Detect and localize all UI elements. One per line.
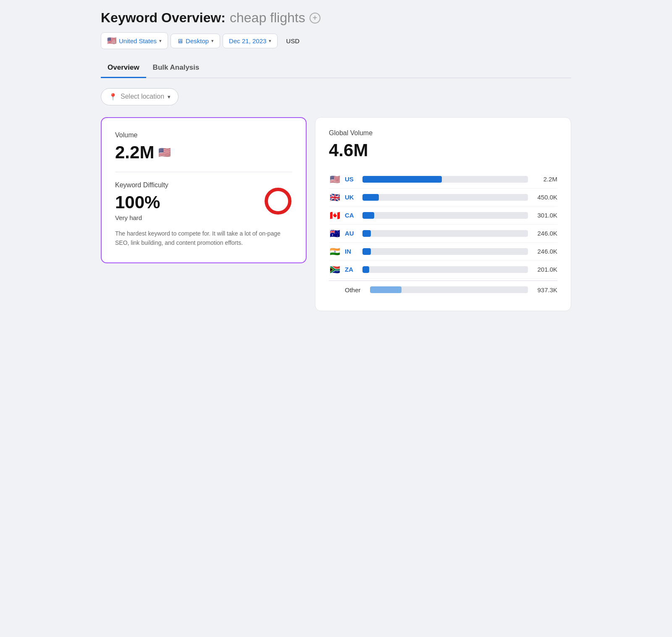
svg-point-2 xyxy=(270,194,286,209)
device-filter[interactable]: 🖥 Desktop ▾ xyxy=(171,34,220,48)
volume-label: Volume xyxy=(115,131,292,139)
location-filter[interactable]: 🇺🇸 United States ▾ xyxy=(101,32,168,49)
country-item-other: Other 937.3K xyxy=(329,283,557,297)
location-label: United States xyxy=(119,37,157,45)
kd-value: 100% xyxy=(115,192,254,212)
location-selector[interactable]: 📍 Select location ▾ xyxy=(101,88,178,105)
kd-text-area: Keyword Difficulty 100% Very hard xyxy=(115,181,254,221)
add-keyword-icon[interactable]: + xyxy=(310,13,320,24)
global-volume-card: Global Volume 4.6M 🇺🇸 US 2.2M 🇬🇧 UK xyxy=(315,117,571,311)
code-other: Other xyxy=(345,286,366,294)
bar-au xyxy=(362,230,528,237)
location-pin-icon: 📍 xyxy=(109,93,117,101)
keyword-text: cheap flights xyxy=(230,10,305,26)
keyword-prefix: Keyword Overview: xyxy=(101,10,226,26)
flag-uk: 🇬🇧 xyxy=(329,192,341,202)
volume-kd-card: Volume 2.2M 🇺🇸 Keyword Difficulty 100% V… xyxy=(101,117,307,264)
currency-label: USD xyxy=(286,37,299,45)
country-item-za: 🇿🇦 ZA 201.0K xyxy=(329,261,557,279)
global-volume-label: Global Volume xyxy=(329,129,557,137)
tab-overview[interactable]: Overview xyxy=(101,59,146,78)
date-chevron: ▾ xyxy=(269,38,271,44)
volume-za: 201.0K xyxy=(532,266,557,273)
flag-za: 🇿🇦 xyxy=(329,265,341,275)
location-chevron: ▾ xyxy=(159,38,162,44)
volume-uk: 450.0K xyxy=(532,194,557,201)
kd-row: Keyword Difficulty 100% Very hard xyxy=(115,181,292,221)
kd-circle-chart xyxy=(264,187,292,215)
volume-au: 246.0K xyxy=(532,230,557,237)
volume-other: 937.3K xyxy=(532,286,557,294)
code-uk[interactable]: UK xyxy=(345,194,358,201)
tabs-bar: Overview Bulk Analysis xyxy=(101,59,571,78)
country-item-in: 🇮🇳 IN 246.0K xyxy=(329,243,557,261)
currency-filter[interactable]: USD xyxy=(280,34,305,48)
bar-us xyxy=(362,176,528,183)
country-item-us: 🇺🇸 US 2.2M xyxy=(329,170,557,189)
other-divider xyxy=(329,280,557,281)
date-filter[interactable]: Dec 21, 2023 ▾ xyxy=(223,34,278,48)
country-item-uk: 🇬🇧 UK 450.0K xyxy=(329,189,557,207)
kd-label: Keyword Difficulty xyxy=(115,181,254,189)
tab-bulk-analysis[interactable]: Bulk Analysis xyxy=(146,59,206,78)
device-chevron: ▾ xyxy=(211,38,214,44)
location-selector-chevron: ▾ xyxy=(168,94,171,100)
date-label: Dec 21, 2023 xyxy=(229,37,266,45)
volume-flag: 🇺🇸 xyxy=(158,147,171,158)
card-divider xyxy=(115,172,292,172)
flag-au: 🇦🇺 xyxy=(329,228,341,239)
flag-in: 🇮🇳 xyxy=(329,246,341,257)
volume-us: 2.2M xyxy=(532,176,557,183)
page-title: Keyword Overview: cheap flights + xyxy=(101,10,571,26)
code-us[interactable]: US xyxy=(345,176,358,183)
bar-uk xyxy=(362,194,528,201)
code-ca[interactable]: CA xyxy=(345,212,358,219)
bar-ca xyxy=(362,212,528,219)
cards-row: Volume 2.2M 🇺🇸 Keyword Difficulty 100% V… xyxy=(101,117,571,311)
country-list: 🇺🇸 US 2.2M 🇬🇧 UK 450.0K xyxy=(329,170,557,297)
device-icon: 🖥 xyxy=(177,37,183,45)
country-item-ca: 🇨🇦 CA 301.0K xyxy=(329,207,557,225)
flag-us: 🇺🇸 xyxy=(329,174,341,184)
country-item-au: 🇦🇺 AU 246.0K xyxy=(329,225,557,243)
bar-other xyxy=(370,286,528,293)
global-volume-value: 4.6M xyxy=(329,140,557,160)
code-in[interactable]: IN xyxy=(345,248,358,255)
kd-description: The hardest keyword to compete for. It w… xyxy=(115,229,292,248)
flag-ca: 🇨🇦 xyxy=(329,210,341,220)
bar-za xyxy=(362,266,528,273)
code-za[interactable]: ZA xyxy=(345,266,358,273)
volume-value: 2.2M 🇺🇸 xyxy=(115,142,292,163)
volume-in: 246.0K xyxy=(532,248,557,255)
volume-ca: 301.0K xyxy=(532,212,557,219)
bar-in xyxy=(362,248,528,255)
location-flag: 🇺🇸 xyxy=(107,36,116,45)
code-au[interactable]: AU xyxy=(345,230,358,237)
filters-row: 🇺🇸 United States ▾ 🖥 Desktop ▾ Dec 21, 2… xyxy=(101,32,571,49)
device-label: Desktop xyxy=(186,37,209,45)
kd-sublabel: Very hard xyxy=(115,214,254,221)
location-placeholder: Select location xyxy=(121,93,164,100)
